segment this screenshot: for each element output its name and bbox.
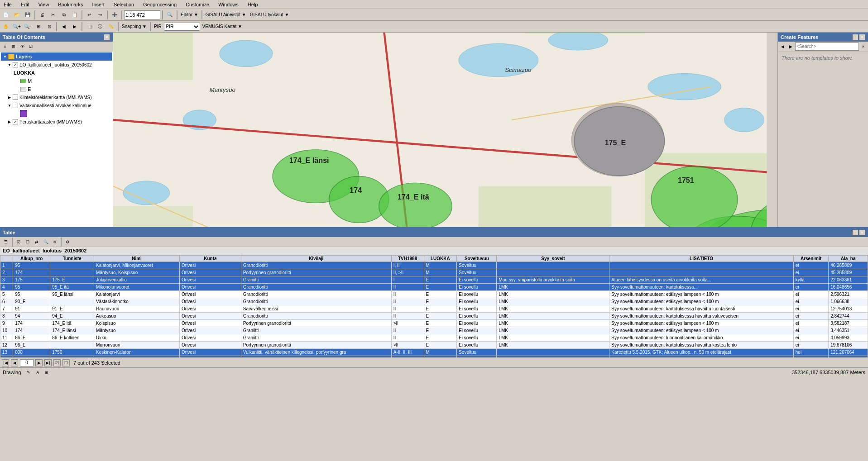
- valtakun-expand[interactable]: ▼: [7, 103, 12, 108]
- identify-btn[interactable]: ⓘ: [95, 22, 105, 32]
- menu-help[interactable]: Help: [246, 2, 260, 7]
- toc-vis-btn[interactable]: 👁: [18, 43, 26, 51]
- nav-first-btn[interactable]: |◀: [2, 359, 9, 366]
- gisalu-aineistot[interactable]: GISALU Aineistot ▼: [204, 12, 248, 17]
- menu-selection[interactable]: Selection: [112, 2, 136, 7]
- col-header-kivilaji[interactable]: Kivilaji: [241, 256, 391, 262]
- right-panel-close[interactable]: ×: [859, 34, 865, 40]
- toc-close-btn[interactable]: ×: [104, 34, 110, 40]
- menu-view[interactable]: View: [37, 2, 51, 7]
- feature-back-btn[interactable]: ◀: [779, 43, 786, 51]
- toc-item-kiinteisto[interactable]: ▶ Kiinteistörekisterikartta (MML/WMS): [1, 93, 112, 101]
- gisalu-tyokalut[interactable]: GISALU työkalut ▼: [249, 12, 291, 17]
- zoom-full-btn[interactable]: ⊡: [44, 22, 54, 32]
- table-menu-btn[interactable]: ☰: [2, 238, 10, 246]
- menu-insert[interactable]: Insert: [90, 2, 106, 7]
- table-select-all-btn[interactable]: ☑: [14, 238, 23, 246]
- col-header-soveltuvuu[interactable]: Soveltuvuu: [457, 256, 497, 262]
- eo-expand[interactable]: ▼: [7, 62, 12, 67]
- zoom-in-btn[interactable]: 🔍+: [12, 22, 22, 32]
- col-header-tvh[interactable]: TVH1988: [391, 256, 424, 262]
- toc-item-e[interactable]: E: [1, 85, 112, 93]
- toc-item-valtakunnallisesti[interactable]: ▼ Valtakunnallisesti arvokas kallioalue: [1, 101, 112, 109]
- perus-checkbox[interactable]: ✓: [13, 119, 18, 124]
- col-header-luokka[interactable]: LUOKKA: [424, 256, 457, 262]
- table-row[interactable]: 3175175_EJokijärvenkallioOrivesiGraniitt…: [0, 276, 868, 284]
- table-del-btn[interactable]: ✕: [51, 238, 59, 246]
- menu-bookmarks[interactable]: Bookmarks: [56, 2, 85, 7]
- add-data-btn[interactable]: ➕: [110, 10, 120, 20]
- show-selected-btn[interactable]: ☑: [53, 359, 61, 366]
- magnifier-btn[interactable]: 🔍: [165, 10, 175, 20]
- table-zoom-sel-btn[interactable]: 🔍: [42, 238, 50, 246]
- nav-next-btn[interactable]: ▶: [35, 359, 43, 366]
- col-header-ala[interactable]: Ala_ha: [829, 256, 868, 262]
- toc-item-m[interactable]: M: [1, 77, 112, 85]
- col-header-kunta[interactable]: Kunta: [179, 256, 241, 262]
- print-btn[interactable]: 🖨: [37, 10, 47, 20]
- paste-btn[interactable]: 📋: [70, 10, 80, 20]
- col-header-arsenimit[interactable]: Arsenimit: [793, 256, 828, 262]
- editor-dropdown[interactable]: Editor ▼: [179, 12, 200, 17]
- perus-expand[interactable]: ▶: [7, 119, 12, 124]
- nav-prev-btn[interactable]: ◀: [11, 359, 18, 366]
- kiinteisto-expand[interactable]: ▶: [7, 95, 12, 100]
- table-clear-sel-btn[interactable]: ☐: [24, 238, 32, 246]
- data-table-container[interactable]: Alkup_nro Tunniste Nimi Kunta Kivilaji T…: [0, 255, 868, 357]
- table-row[interactable]: 690_EVästaräkinnotkoOrivesiGranodioritti…: [0, 298, 868, 305]
- menu-geoprocessing[interactable]: Geoprocessing: [141, 2, 178, 7]
- feature-fwd-btn[interactable]: ▶: [787, 43, 795, 51]
- kiinteisto-checkbox[interactable]: [13, 95, 18, 100]
- draw-tool-3[interactable]: ⊞: [43, 369, 51, 376]
- vemugis-dropdown[interactable]: VEMUGIS Kartat ▼: [201, 24, 244, 29]
- table-row[interactable]: 1296_EMurronvuoriOrivesiPorfyyrinen gran…: [0, 342, 868, 349]
- redo-btn[interactable]: ↪: [95, 10, 105, 20]
- copy-btn[interactable]: ⧉: [59, 10, 69, 20]
- template-search-input[interactable]: [795, 43, 859, 51]
- measure-btn[interactable]: 📏: [106, 22, 116, 32]
- zoom-extent-btn[interactable]: ⊞: [34, 22, 43, 32]
- col-header-nimi[interactable]: Nimi: [94, 256, 180, 262]
- snapping-dropdown[interactable]: Snapping ▼: [120, 24, 148, 29]
- table-options-btn[interactable]: ⚙: [63, 238, 72, 246]
- table-row[interactable]: 89494_EAukeasuoOrivesiGranodiorittiIIEEi…: [0, 313, 868, 320]
- show-all-btn[interactable]: ☐: [62, 359, 70, 366]
- page-input[interactable]: [20, 359, 34, 366]
- select-btn[interactable]: ⬚: [84, 22, 94, 32]
- pir-select[interactable]: PIR: [164, 23, 200, 31]
- template-search-clear[interactable]: ×: [859, 43, 867, 51]
- right-panel-restore[interactable]: □: [852, 34, 858, 40]
- new-btn[interactable]: 📄: [1, 10, 11, 20]
- col-header-syy[interactable]: Syy_sovelt: [497, 256, 609, 262]
- eo-checkbox[interactable]: ✓: [13, 62, 18, 67]
- zoom-out-btn[interactable]: 🔍-: [23, 22, 33, 32]
- draw-tool-1[interactable]: ✎: [24, 369, 33, 376]
- scale-input[interactable]: [124, 10, 160, 19]
- forward-btn[interactable]: ▶: [70, 22, 80, 32]
- col-header-lisatieto[interactable]: LISÄTIETO: [609, 256, 793, 262]
- col-header-idx[interactable]: [0, 256, 13, 262]
- cut-btn[interactable]: ✂: [48, 10, 58, 20]
- table-restore[interactable]: □: [852, 229, 858, 236]
- table-row[interactable]: 59595_E länsiKalatonjarviOrivesiGranodio…: [0, 291, 868, 298]
- menu-file[interactable]: File: [2, 2, 14, 7]
- menu-windows[interactable]: Windows: [216, 2, 240, 7]
- table-row[interactable]: 130001750Keskinen-KalatonOrivesiVulkanii…: [0, 349, 868, 356]
- toc-source-btn[interactable]: ⊞: [10, 43, 18, 51]
- menu-edit[interactable]: Edit: [19, 2, 31, 7]
- table-row[interactable]: 2174Mäntysuo, KoispisuoOrivesiPorfyyrine…: [0, 269, 868, 276]
- toc-item-peruskartta[interactable]: ▶ ✓ Peruskarttarasteri (MML/WMS): [1, 118, 112, 126]
- table-row[interactable]: 79191_ERaunavuoriOrivesiSarvivälkegneiss…: [0, 305, 868, 313]
- table-row[interactable]: 10174174_E länsiMäntysuoOrivesiGraniitti…: [0, 327, 868, 334]
- draw-tool-2[interactable]: A: [34, 369, 42, 376]
- layers-expand[interactable]: ▼: [3, 54, 7, 59]
- col-header-tunniste[interactable]: Tunniste: [50, 256, 94, 262]
- col-header-alkup[interactable]: Alkup_nro: [13, 256, 50, 262]
- toc-list-btn[interactable]: ≡: [1, 43, 9, 51]
- save-btn[interactable]: 💾: [23, 10, 33, 20]
- toc-sel-btn[interactable]: ☑: [27, 43, 35, 51]
- menu-customize[interactable]: Customize: [184, 2, 211, 7]
- table-switch-sel-btn[interactable]: ⇄: [33, 238, 41, 246]
- toc-item-eo[interactable]: ▼ ✓ EO_kallioalueet_luokitus_20150602: [1, 61, 112, 69]
- open-btn[interactable]: 📂: [12, 10, 22, 20]
